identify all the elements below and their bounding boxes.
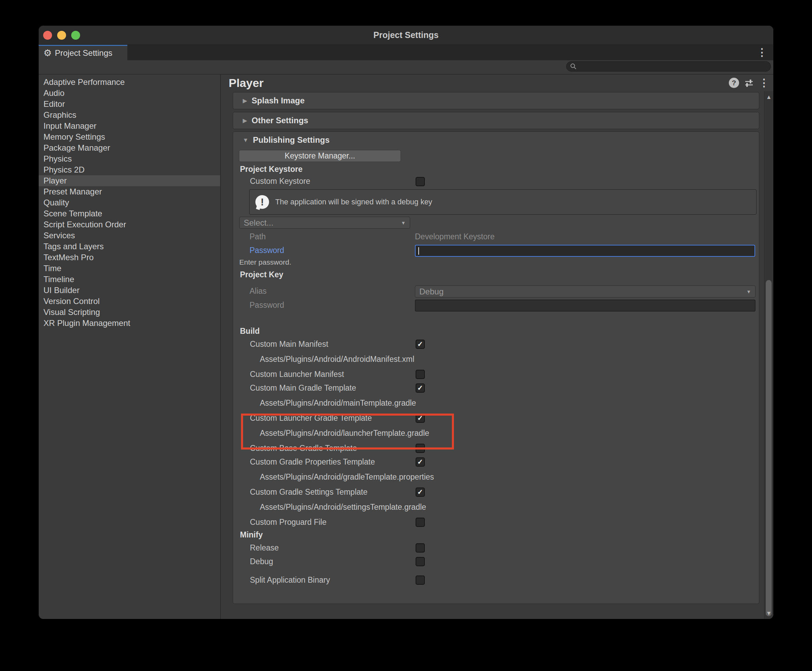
key-password-input[interactable] xyxy=(415,300,756,312)
panel-menu-icon[interactable]: ⋮ xyxy=(759,78,769,88)
sidebar-item-scene-template[interactable]: Scene Template xyxy=(39,208,220,219)
checkbox-debug[interactable] xyxy=(415,557,425,566)
sidebar-item-timeline[interactable]: Timeline xyxy=(39,274,220,285)
setting-row-custom-gradle-properties-template: Custom Gradle Properties Template✓ xyxy=(233,455,759,469)
setting-label: Custom Launcher Manifest xyxy=(250,370,344,379)
search-input[interactable] xyxy=(580,62,767,71)
setting-label: Custom Gradle Properties Template xyxy=(250,457,375,467)
keystore-password-input[interactable] xyxy=(415,245,755,257)
window-body: Adaptive PerformanceAudioEditorGraphicsI… xyxy=(39,75,773,619)
tab-label: Project Settings xyxy=(55,48,112,58)
sidebar-item-memory-settings[interactable]: Memory Settings xyxy=(39,131,220,142)
section-publishing-settings: ▼ Publishing Settings Keystore Manager..… xyxy=(233,131,759,604)
enter-password-hint: Enter password. xyxy=(239,258,291,266)
sidebar-item-quality[interactable]: Quality xyxy=(39,197,220,208)
sidebar-item-ui-builder[interactable]: UI Builder xyxy=(39,285,220,296)
publishing-settings-header[interactable]: ▼ Publishing Settings xyxy=(243,134,330,146)
custom-keystore-checkbox[interactable] xyxy=(415,177,425,186)
collapsed-arrow-icon: ▶ xyxy=(243,118,247,124)
group-header-minify: Minify xyxy=(233,529,759,541)
checkbox-release[interactable] xyxy=(415,543,425,553)
section-splash-image[interactable]: ▶ Splash Image xyxy=(233,92,759,109)
checkbox-custom-main-gradle-template[interactable]: ✓ xyxy=(415,383,425,393)
sidebar-item-editor[interactable]: Editor xyxy=(39,99,220,109)
sidebar-item-time[interactable]: Time xyxy=(39,263,220,274)
checkbox-custom-gradle-settings-template[interactable]: ✓ xyxy=(415,487,425,497)
setting-row-split-application-binary: Split Application Binary xyxy=(233,573,759,587)
sidebar-item-textmesh-pro[interactable]: TextMesh Pro xyxy=(39,252,220,263)
setting-label: Split Application Binary xyxy=(250,576,330,585)
alias-label: Alias xyxy=(250,286,267,296)
keystore-password-label[interactable]: Password xyxy=(250,246,284,255)
sidebar-item-physics[interactable]: Physics xyxy=(39,153,220,164)
keystore-select-dropdown[interactable]: Select... ▼ xyxy=(239,217,410,229)
setting-label: Custom Gradle Settings Template xyxy=(250,487,367,497)
custom-keystore-label: Custom Keystore xyxy=(250,177,310,186)
sidebar-item-visual-scripting[interactable]: Visual Scripting xyxy=(39,307,220,318)
warning-icon: ! xyxy=(255,195,269,209)
toolbar xyxy=(39,60,773,75)
panel-header: Player ? ⋮ xyxy=(221,75,773,91)
section-label: Publishing Settings xyxy=(253,135,330,145)
file-path-text: Assets/Plugins/Android/gradleTemplate.pr… xyxy=(260,472,434,482)
checkbox-split-application-binary[interactable] xyxy=(415,576,425,585)
search-icon xyxy=(570,63,577,70)
setting-label: Debug xyxy=(250,557,273,566)
screen-background: Project Settings ⚙ Project Settings ⋮ Ad… xyxy=(0,0,812,671)
dropdown-value: Select... xyxy=(244,218,274,228)
file-path-text: Assets/Plugins/Android/AndroidManifest.x… xyxy=(260,355,414,364)
highlight-annotation-box xyxy=(241,414,454,450)
alias-dropdown[interactable]: Debug ▼ xyxy=(415,286,756,298)
checkbox-custom-proguard-file[interactable] xyxy=(415,518,425,527)
path-row-settingstemplate-gradle: Assets/Plugins/Android/settingsTemplate.… xyxy=(233,499,759,515)
setting-row-debug: Debug xyxy=(233,555,759,568)
sidebar-item-graphics[interactable]: Graphics xyxy=(39,109,220,121)
text-caret xyxy=(418,247,419,255)
panel-header-icons: ? ⋮ xyxy=(729,75,769,91)
collapsed-arrow-icon: ▶ xyxy=(243,98,247,104)
sidebar-item-tags-and-layers[interactable]: Tags and Layers xyxy=(39,241,220,252)
tab-project-settings[interactable]: ⚙ Project Settings xyxy=(39,45,127,60)
keystore-manager-button[interactable]: Keystore Manager... xyxy=(239,150,401,162)
help-icon[interactable]: ? xyxy=(729,78,739,88)
presets-icon[interactable] xyxy=(744,78,754,88)
chevron-down-icon: ▼ xyxy=(746,289,751,295)
section-other-settings[interactable]: ▶ Other Settings xyxy=(233,112,759,129)
sidebar-item-services[interactable]: Services xyxy=(39,230,220,241)
checkbox-custom-launcher-manifest[interactable] xyxy=(415,370,425,379)
setting-row-custom-gradle-settings-template: Custom Gradle Settings Template✓ xyxy=(233,485,759,499)
setting-label: Release xyxy=(250,543,279,553)
sidebar-item-input-manager[interactable]: Input Manager xyxy=(39,121,220,131)
tab-bar: ⚙ Project Settings ⋮ xyxy=(39,45,773,60)
build-settings-list: Build Custom Main Manifest✓Assets/Plugin… xyxy=(233,325,759,587)
dropdown-value: Debug xyxy=(419,287,444,296)
project-key-label: Project Key xyxy=(240,270,283,279)
search-box[interactable] xyxy=(566,61,771,72)
scroll-down-icon[interactable]: ▼ xyxy=(764,610,773,617)
checkbox-custom-main-manifest[interactable]: ✓ xyxy=(415,340,425,349)
sidebar-item-version-control[interactable]: Version Control xyxy=(39,296,220,307)
scroll-up-icon[interactable]: ▲ xyxy=(764,94,773,100)
path-row-maintemplate-gradle: Assets/Plugins/Android/mainTemplate.grad… xyxy=(233,395,759,411)
scrollbar-thumb[interactable] xyxy=(766,280,771,616)
sidebar-item-audio[interactable]: Audio xyxy=(39,88,220,99)
sidebar-item-adaptive-performance[interactable]: Adaptive Performance xyxy=(39,77,220,88)
development-keystore-label: Development Keystore xyxy=(415,232,495,241)
sidebar-item-xr-plugin-management[interactable]: XR Plugin Management xyxy=(39,318,220,329)
settings-category-list: Adaptive PerformanceAudioEditorGraphicsI… xyxy=(39,75,221,619)
sidebar-item-package-manager[interactable]: Package Manager xyxy=(39,142,220,153)
sidebar-item-player[interactable]: Player xyxy=(39,175,220,186)
sidebar-item-physics-2d[interactable]: Physics 2D xyxy=(39,164,220,175)
page-title: Player xyxy=(229,75,264,91)
gear-icon: ⚙ xyxy=(43,49,52,58)
checkbox-custom-gradle-properties-template[interactable]: ✓ xyxy=(415,457,425,467)
vertical-scrollbar[interactable]: ▲ ▼ xyxy=(764,91,773,619)
key-password-label: Password xyxy=(250,301,284,310)
tab-bar-menu-icon[interactable]: ⋮ xyxy=(757,47,767,58)
setting-row-custom-launcher-manifest: Custom Launcher Manifest xyxy=(233,367,759,381)
file-path-text: Assets/Plugins/Android/settingsTemplate.… xyxy=(260,502,426,512)
setting-row-release: Release xyxy=(233,541,759,555)
sidebar-item-script-execution-order[interactable]: Script Execution Order xyxy=(39,219,220,230)
setting-row-custom-main-gradle-template: Custom Main Gradle Template✓ xyxy=(233,381,759,395)
sidebar-item-preset-manager[interactable]: Preset Manager xyxy=(39,186,220,197)
